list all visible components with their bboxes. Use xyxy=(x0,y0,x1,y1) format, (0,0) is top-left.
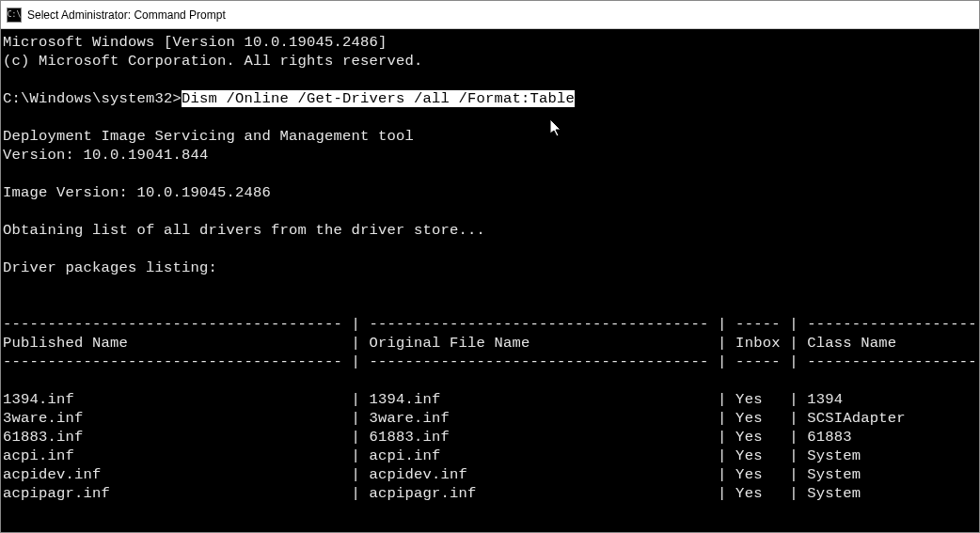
mouse-cursor-icon xyxy=(550,119,565,138)
table-rule: -------------------------------------- |… xyxy=(3,353,979,370)
prompt-prefix: C:\Windows\system32> xyxy=(3,90,182,107)
obtaining-line: Obtaining list of all drivers from the d… xyxy=(3,222,485,239)
image-version-line: Image Version: 10.0.19045.2486 xyxy=(3,184,271,201)
window-title: Select Administrator: Command Prompt xyxy=(27,8,226,22)
dism-tool-line: Deployment Image Servicing and Managemen… xyxy=(3,128,414,145)
table-rule: -------------------------------------- |… xyxy=(3,316,979,333)
table-row: 1394.inf | 1394.inf | Yes | 1394 | xyxy=(3,391,979,408)
table-header: Published Name | Original File Name | In… xyxy=(3,335,979,352)
titlebar[interactable]: C:\ Select Administrator: Command Prompt xyxy=(1,1,979,29)
table-row: acpidev.inf | acpidev.inf | Yes | System… xyxy=(3,466,979,483)
table-row: acpipagr.inf | acpipagr.inf | Yes | Syst… xyxy=(3,485,979,502)
table-row: acpi.inf | acpi.inf | Yes | System | xyxy=(3,447,979,464)
packages-listing-line: Driver packages listing: xyxy=(3,259,217,276)
cmd-icon: C:\ xyxy=(7,8,22,23)
os-version-line: Microsoft Windows [Version 10.0.19045.24… xyxy=(3,34,387,51)
copyright-line: (c) Microsoft Corporation. All rights re… xyxy=(3,53,423,70)
command-text: Dism /Online /Get-Drivers /all /Format:T… xyxy=(182,90,575,107)
dism-version-line: Version: 10.0.19041.844 xyxy=(3,147,209,164)
table-row: 61883.inf | 61883.inf | Yes | 61883 | xyxy=(3,429,979,446)
terminal-output[interactable]: Microsoft Windows [Version 10.0.19045.24… xyxy=(1,29,979,532)
table-row: 3ware.inf | 3ware.inf | Yes | SCSIAdapte… xyxy=(3,410,979,427)
